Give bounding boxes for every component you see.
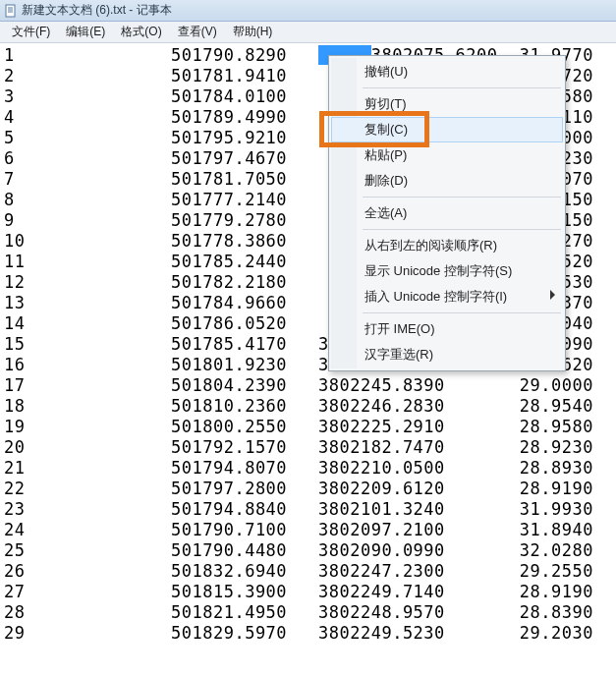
col-b: 3802182.7470 <box>318 437 495 458</box>
ctx-undo[interactable]: 撤销(U) <box>331 59 563 85</box>
line-number: 18 <box>4 396 171 417</box>
col-a: 501821.4950 <box>171 602 318 623</box>
menubar: 文件(F) 编辑(E) 格式(O) 查看(V) 帮助(H) <box>0 22 616 43</box>
col-c: 28.9580 <box>495 417 593 437</box>
col-c: 31.9930 <box>495 499 593 520</box>
text-line: 24501790.71003802097.210031.8940 <box>4 520 616 540</box>
ctx-show-unicode[interactable]: 显示 Unicode 控制字符(S) <box>331 258 563 284</box>
col-a: 501797.2800 <box>171 479 318 499</box>
col-b: 3802249.7140 <box>318 582 495 602</box>
line-number: 21 <box>4 458 171 479</box>
col-b: 3802246.2830 <box>318 396 495 417</box>
line-number: 26 <box>4 561 171 582</box>
line-number: 5 <box>4 128 171 148</box>
ctx-copy[interactable]: 复制(C) <box>331 117 563 142</box>
col-b: 3802101.3240 <box>318 499 495 520</box>
col-a: 501777.2140 <box>171 190 318 210</box>
col-b: 3802248.9570 <box>318 602 495 623</box>
ctx-open-ime[interactable]: 打开 IME(O) <box>331 316 563 342</box>
line-number: 20 <box>4 437 171 458</box>
ctx-select-all[interactable]: 全选(A) <box>331 200 563 226</box>
text-line: 17501804.23903802245.839029.0000 <box>4 375 616 396</box>
ctx-insert-unicode[interactable]: 插入 Unicode 控制字符(I) <box>331 284 563 310</box>
line-number: 3 <box>4 86 171 107</box>
line-number: 16 <box>4 355 171 375</box>
col-a: 501832.6940 <box>171 561 318 582</box>
line-number: 9 <box>4 210 171 231</box>
line-number: 24 <box>4 520 171 540</box>
col-a: 501782.2180 <box>171 272 318 293</box>
text-line: 25501790.44803802090.099032.0280 <box>4 540 616 561</box>
line-number: 1 <box>4 45 171 66</box>
menu-format[interactable]: 格式(O) <box>113 22 169 42</box>
col-c: 29.2550 <box>495 561 593 582</box>
line-number: 25 <box>4 540 171 561</box>
col-b: 3802247.2300 <box>318 561 495 582</box>
menu-help[interactable]: 帮助(H) <box>225 22 281 42</box>
line-number: 29 <box>4 623 171 644</box>
ctx-reconvert[interactable]: 汉字重选(R) <box>331 342 563 367</box>
line-number: 6 <box>4 148 171 169</box>
text-line: 26501832.69403802247.230029.2550 <box>4 561 616 582</box>
menu-view[interactable]: 查看(V) <box>170 22 225 42</box>
line-number: 19 <box>4 417 171 437</box>
ctx-delete[interactable]: 删除(D) <box>331 168 563 194</box>
col-a: 501800.2550 <box>171 417 318 437</box>
col-c: 28.8390 <box>495 602 593 623</box>
ctx-paste[interactable]: 粘贴(P) <box>331 142 563 168</box>
menu-file[interactable]: 文件(F) <box>4 22 58 42</box>
col-a: 501779.2780 <box>171 210 318 231</box>
col-c: 32.0280 <box>495 540 593 561</box>
line-number: 22 <box>4 479 171 499</box>
line-number: 4 <box>4 107 171 128</box>
col-a: 501785.4170 <box>171 334 318 355</box>
col-a: 501781.7050 <box>171 169 318 190</box>
text-line: 27501815.39003802249.714028.9190 <box>4 582 616 602</box>
line-number: 27 <box>4 582 171 602</box>
col-b: 3802090.0990 <box>318 540 495 561</box>
separator <box>363 312 561 313</box>
line-number: 8 <box>4 190 171 210</box>
col-a: 501815.3900 <box>171 582 318 602</box>
col-a: 501790.4480 <box>171 540 318 561</box>
col-a: 501792.1570 <box>171 437 318 458</box>
line-number: 11 <box>4 252 171 272</box>
col-c: 29.2030 <box>495 623 593 644</box>
line-number: 10 <box>4 231 171 252</box>
col-a: 501804.2390 <box>171 375 318 396</box>
col-a: 501790.8290 <box>171 45 318 66</box>
col-a: 501797.4670 <box>171 148 318 169</box>
window-title: 新建文本文档 (6).txt - 记事本 <box>22 2 172 19</box>
document-icon <box>4 4 18 18</box>
line-number: 2 <box>4 66 171 86</box>
ctx-insert-unicode-label: 插入 Unicode 控制字符(I) <box>364 289 507 304</box>
col-a: 501785.2440 <box>171 252 318 272</box>
ctx-cut[interactable]: 剪切(T) <box>331 91 563 117</box>
col-c: 28.8930 <box>495 458 593 479</box>
col-b: 3802245.8390 <box>318 375 495 396</box>
ctx-rtl[interactable]: 从右到左的阅读顺序(R) <box>331 233 563 258</box>
col-b: 3802210.0500 <box>318 458 495 479</box>
col-a: 501789.4990 <box>171 107 318 128</box>
col-a: 501784.0100 <box>171 86 318 107</box>
text-line: 18501810.23603802246.283028.9540 <box>4 396 616 417</box>
line-number: 13 <box>4 293 171 313</box>
col-a: 501790.7100 <box>171 520 318 540</box>
col-a: 501794.8840 <box>171 499 318 520</box>
col-a: 501778.3860 <box>171 231 318 252</box>
line-number: 23 <box>4 499 171 520</box>
col-c: 28.9190 <box>495 582 593 602</box>
col-c: 28.9540 <box>495 396 593 417</box>
col-a: 501786.0520 <box>171 313 318 334</box>
menu-edit[interactable]: 编辑(E) <box>58 22 113 42</box>
col-a: 501795.9210 <box>171 128 318 148</box>
separator <box>363 197 561 197</box>
line-number: 7 <box>4 169 171 190</box>
col-c: 28.9230 <box>495 437 593 458</box>
col-c: 31.8940 <box>495 520 593 540</box>
line-number: 17 <box>4 375 171 396</box>
col-b: 3802209.6120 <box>318 479 495 499</box>
col-a: 501794.8070 <box>171 458 318 479</box>
line-number: 14 <box>4 313 171 334</box>
text-line: 19501800.25503802225.291028.9580 <box>4 417 616 437</box>
